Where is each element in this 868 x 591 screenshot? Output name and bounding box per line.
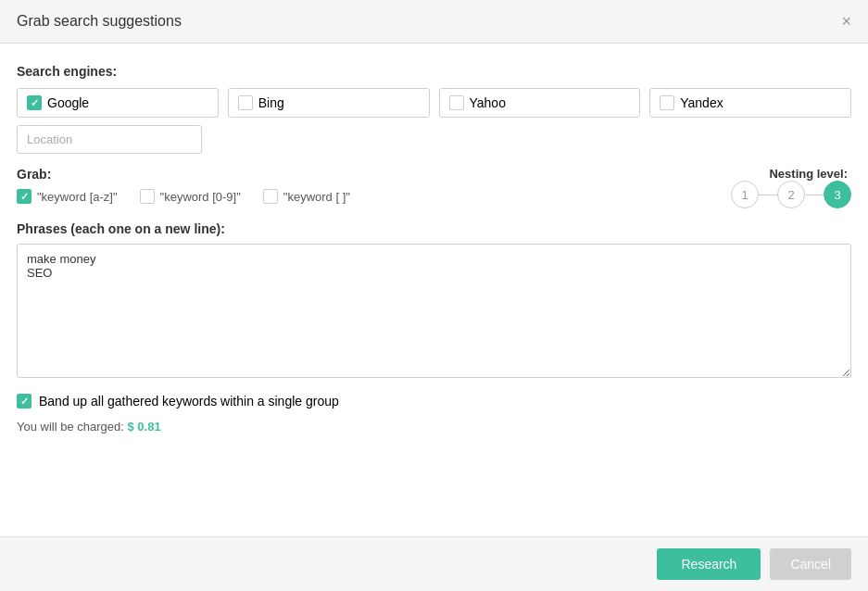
search-engines-label: Search engines: [17, 64, 851, 79]
nesting-line-1 [759, 195, 777, 195]
nesting-step-1[interactable]: 1 [731, 181, 759, 208]
modal-header: Grab search suggestions × [0, 0, 868, 44]
engine-yandex[interactable]: Yandex [649, 88, 851, 118]
close-button[interactable]: × [841, 13, 851, 30]
modal-body: Search engines: Google Bing Yahoo Yandex [0, 44, 868, 536]
band-checkbox[interactable] [17, 394, 31, 409]
nesting-label: Nesting level: [769, 167, 848, 181]
grab-option-num[interactable]: "keyword [0-9]" [140, 189, 241, 204]
charge-amount: $ 0.81 [128, 420, 161, 434]
nesting-section: Nesting level: 1 2 3 [731, 167, 851, 208]
google-checkbox[interactable] [27, 95, 42, 110]
engine-bing[interactable]: Bing [228, 88, 430, 118]
num-label: "keyword [0-9]" [160, 190, 241, 204]
grab-nesting-wrapper: Grab: "keyword [a-z]" "keyword [0-9]" [17, 167, 851, 208]
az-label: "keyword [a-z]" [37, 190, 118, 204]
grab-label: Grab: [17, 167, 350, 182]
charge-label: You will be charged: [17, 420, 124, 434]
modal-title: Grab search suggestions [17, 13, 182, 30]
nesting-controls: 1 2 3 [731, 181, 851, 208]
phrases-textarea[interactable]: make money SEO [17, 244, 851, 378]
location-input[interactable] [17, 125, 202, 154]
engine-yahoo[interactable]: Yahoo [439, 88, 641, 118]
bracket-label: "keyword [ ]" [283, 190, 350, 204]
google-label: Google [47, 95, 89, 110]
charge-row: You will be charged: $ 0.81 [17, 420, 851, 443]
engine-google[interactable]: Google [17, 88, 219, 118]
bing-checkbox[interactable] [238, 95, 253, 110]
nesting-line-2 [805, 195, 824, 195]
yahoo-checkbox[interactable] [449, 95, 464, 110]
nesting-step-2[interactable]: 2 [777, 181, 805, 208]
yahoo-label: Yahoo [470, 95, 506, 110]
az-checkbox[interactable] [17, 189, 31, 204]
yandex-label: Yandex [680, 95, 723, 110]
cancel-button[interactable]: Cancel [770, 548, 851, 580]
grab-option-az[interactable]: "keyword [a-z]" [17, 189, 118, 204]
search-engines-row: Google Bing Yahoo Yandex [17, 88, 851, 118]
grab-section: Grab: "keyword [a-z]" "keyword [0-9]" [17, 167, 350, 204]
nesting-step-3[interactable]: 3 [824, 181, 851, 208]
grab-options-row: "keyword [a-z]" "keyword [0-9]" "keyword… [17, 189, 350, 204]
research-button[interactable]: Research [657, 548, 761, 580]
bing-label: Bing [258, 95, 284, 110]
yandex-checkbox[interactable] [660, 95, 674, 110]
grab-option-bracket[interactable]: "keyword [ ]" [263, 189, 350, 204]
modal-footer: Research Cancel [0, 536, 868, 591]
band-row[interactable]: Band up all gathered keywords within a s… [17, 394, 851, 409]
modal-dialog: Grab search suggestions × Search engines… [0, 0, 868, 591]
phrases-label: Phrases (each one on a new line): [17, 221, 851, 236]
band-label: Band up all gathered keywords within a s… [39, 394, 339, 409]
num-checkbox[interactable] [140, 189, 155, 204]
bracket-checkbox[interactable] [263, 189, 278, 204]
